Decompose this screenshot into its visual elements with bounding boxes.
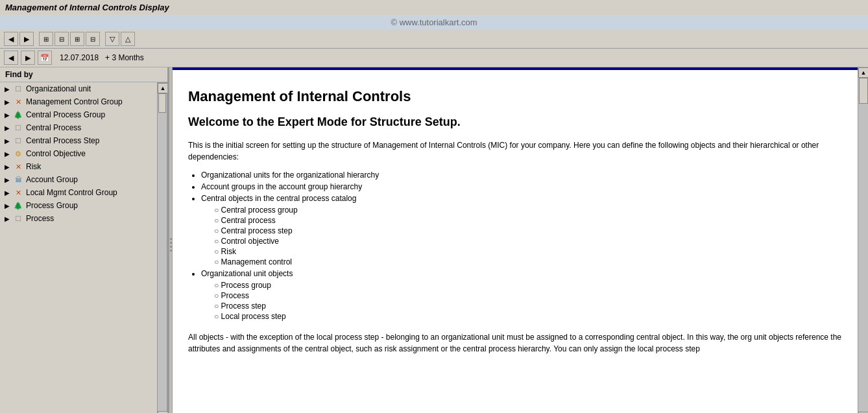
- right-panel-wrapper: Management of Internal Controls Welcome …: [173, 67, 868, 413]
- sidebar-item-central-process-step[interactable]: ▶ ☐ Central Process Step: [0, 134, 157, 147]
- expand-cps[interactable]: ▶: [3, 136, 12, 145]
- label-risk: Risk: [26, 162, 41, 171]
- sidebar-item-risk[interactable]: ▶ ✕ Risk: [0, 160, 157, 173]
- expand-cp[interactable]: ▶: [3, 123, 12, 132]
- icon-control-objective: ⚙: [13, 148, 23, 159]
- label-process: Process: [26, 214, 54, 223]
- title-bar: Management of Internal Controls Display: [0, 0, 868, 15]
- sidebar-item-local-mgmt[interactable]: ▶ ✕ Local Mgmt Control Group: [0, 186, 157, 199]
- blue-accent-bar: [173, 67, 858, 70]
- list-item-0: Organizational units for the organizatio…: [201, 171, 842, 180]
- sublist-central-item-0: Central process group: [214, 206, 842, 215]
- sublist-org-item-1: Process: [214, 291, 842, 300]
- list-item-3: Organizational unit objects Process grou…: [201, 269, 842, 321]
- find-by-header: Find by: [0, 67, 167, 82]
- list-item-2-text: Central objects in the central process c…: [201, 194, 356, 203]
- icon-process-group: 🌲: [13, 200, 23, 211]
- icon-local-mgmt: ✕: [13, 187, 23, 198]
- sublist-org-item-3: Local process step: [214, 312, 842, 321]
- watermark-bar: © www.tutorialkart.com: [0, 15, 868, 30]
- sublist-central: Central process group Central process Ce…: [214, 206, 842, 266]
- sidebar-item-account-group[interactable]: ▶ 🏛 Account Group: [0, 173, 157, 186]
- list-item-1-text: Account groups in the account group hier…: [201, 182, 362, 191]
- content-area: Management of Internal Controls Welcome …: [173, 75, 858, 375]
- left-panel-scrollbar[interactable]: ▲ ▼: [157, 82, 167, 413]
- nav-back-btn[interactable]: ◀: [4, 32, 18, 46]
- icon-account-group: 🏛: [13, 174, 23, 185]
- expand-risk[interactable]: ▶: [3, 162, 12, 171]
- content-forward-btn[interactable]: ▶: [21, 51, 35, 65]
- secondary-toolbar: ◀ ▶ 📅 12.07.2018 + 3 Months: [0, 49, 868, 67]
- tree-items-area: ▶ ☐ Organizational unit ▶ ✕ Management C…: [0, 82, 157, 413]
- sidebar-item-org-unit[interactable]: ▶ ☐ Organizational unit: [0, 82, 157, 95]
- toolbar-btn-6[interactable]: ⊟: [86, 32, 100, 46]
- sublist-central-item-2: Central process step: [214, 226, 842, 235]
- sublist-central-item-5: Management control: [214, 257, 842, 266]
- sidebar-item-mgmt-control-group[interactable]: ▶ ✕ Management Control Group: [0, 95, 157, 108]
- expand-process[interactable]: ▶: [3, 214, 12, 223]
- expand-cpg[interactable]: ▶: [3, 110, 12, 119]
- period-display: + 3 Months: [105, 53, 144, 62]
- expand-ag[interactable]: ▶: [3, 175, 12, 184]
- sidebar-item-central-process[interactable]: ▶ ☐ Central Process: [0, 121, 157, 134]
- content-footer-text: All objects - with the exception of the …: [188, 331, 842, 355]
- content-intro: This is the initial screen for setting u…: [188, 139, 842, 163]
- sublist-orgunit: Process group Process Process step Local…: [214, 281, 842, 321]
- content-subtitle: Welcome to the Expert Mode for Structure…: [188, 115, 842, 129]
- expand-org-unit[interactable]: ▶: [3, 84, 12, 93]
- calendar-btn[interactable]: 📅: [38, 51, 52, 65]
- icon-process: ☐: [13, 213, 23, 224]
- main-container: Find by ▶ ☐ Organizational unit ▶ ✕ Mana…: [0, 67, 868, 413]
- right-scroll-thumb: [859, 78, 868, 104]
- sublist-central-item-3: Control objective: [214, 237, 842, 246]
- list-item-0-text: Organizational units for the organizatio…: [201, 171, 379, 180]
- toolbar-btn-4[interactable]: ⊟: [54, 32, 69, 46]
- content-title: Management of Internal Controls: [188, 88, 842, 105]
- sublist-central-item-1: Central process: [214, 216, 842, 225]
- list-item-1: Account groups in the account group hier…: [201, 182, 842, 191]
- label-central-process: Central Process: [26, 123, 81, 132]
- label-central-process-step: Central Process Step: [26, 136, 99, 145]
- toolbar-btn-7[interactable]: ▽: [105, 32, 119, 46]
- scroll-thumb-left: [158, 93, 166, 113]
- toolbar-btn-3[interactable]: ⊞: [39, 32, 53, 46]
- left-panel: Find by ▶ ☐ Organizational unit ▶ ✕ Mana…: [0, 67, 169, 413]
- scroll-track-left: [158, 93, 167, 411]
- sidebar-item-process-group[interactable]: ▶ 🌲 Process Group: [0, 199, 157, 212]
- expand-pg[interactable]: ▶: [3, 201, 12, 210]
- icon-org-unit: ☐: [13, 84, 23, 94]
- expand-mgmt[interactable]: ▶: [3, 97, 12, 106]
- expand-lmcg[interactable]: ▶: [3, 188, 12, 197]
- label-process-group: Process Group: [26, 201, 78, 210]
- label-control-objective: Control Objective: [26, 149, 86, 158]
- sublist-central-item-4: Risk: [214, 247, 842, 256]
- sublist-org-item-2: Process step: [214, 301, 842, 311]
- expand-co[interactable]: ▶: [3, 149, 12, 158]
- label-central-process-group: Central Process Group: [26, 110, 105, 119]
- icon-central-process-step: ☐: [13, 136, 23, 146]
- scroll-up-btn[interactable]: ▲: [158, 83, 167, 93]
- main-toolbar: ◀ ▶ ⊞ ⊟ ⊞ ⊟ ▽ △: [0, 30, 868, 49]
- date-display: 12.07.2018: [60, 53, 99, 62]
- sidebar-item-control-objective[interactable]: ▶ ⚙ Control Objective: [0, 147, 157, 160]
- toolbar-btn-8[interactable]: △: [121, 32, 135, 46]
- sidebar-item-central-process-group[interactable]: ▶ 🌲 Central Process Group: [0, 108, 157, 121]
- list-item-2: Central objects in the central process c…: [201, 194, 842, 266]
- right-scroll-track: [858, 78, 868, 412]
- label-local-mgmt: Local Mgmt Control Group: [26, 188, 117, 197]
- right-panel-scrollbar[interactable]: ▲ ▼: [858, 67, 868, 413]
- toolbar-btn-5[interactable]: ⊞: [70, 32, 84, 46]
- content-back-btn[interactable]: ◀: [4, 51, 18, 65]
- icon-central-process: ☐: [13, 123, 23, 133]
- label-account-group: Account Group: [26, 175, 78, 184]
- tree-scroll-area: ▶ ☐ Organizational unit ▶ ✕ Management C…: [0, 82, 167, 413]
- content-main-list: Organizational units for the organizatio…: [201, 171, 842, 321]
- label-org-unit: Organizational unit: [26, 84, 91, 93]
- right-scroll-up[interactable]: ▲: [858, 67, 868, 78]
- find-by-label: Find by: [5, 70, 33, 79]
- sidebar-item-process[interactable]: ▶ ☐ Process: [0, 212, 157, 225]
- sublist-org-item-0: Process group: [214, 281, 842, 290]
- label-mgmt-control-group: Management Control Group: [26, 97, 123, 106]
- icon-central-process-group: 🌲: [13, 110, 23, 120]
- nav-forward-btn[interactable]: ▶: [19, 32, 34, 46]
